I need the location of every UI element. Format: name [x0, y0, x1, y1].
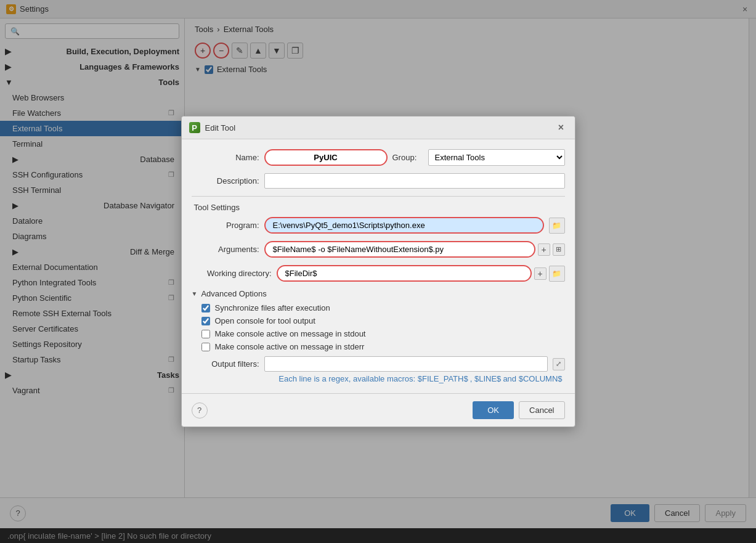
- program-label: Program:: [192, 221, 259, 230]
- open-console-label: Open console for tool output: [215, 316, 315, 325]
- make-active-stdout-checkbox[interactable]: [201, 330, 210, 338]
- output-filters-row: Output filters: ⤢: [192, 356, 565, 372]
- output-filters-input[interactable]: [264, 356, 548, 372]
- modal-icon: P: [189, 122, 200, 133]
- advanced-options-header[interactable]: ▼ Advanced Options: [192, 289, 565, 298]
- group-select[interactable]: External Tools: [428, 149, 565, 166]
- edit-tool-modal: P Edit Tool × Name: Group: External Tool…: [181, 116, 575, 427]
- macro-line: $LINE$: [474, 374, 501, 383]
- modal-footer-right: OK Cancel: [473, 401, 564, 419]
- arguments-label: Arguments:: [192, 245, 259, 254]
- make-active-stderr-label: Make console active on message in stderr: [215, 342, 365, 351]
- args-macro-button[interactable]: ⊞: [553, 243, 565, 256]
- sync-files-checkbox[interactable]: [201, 304, 210, 312]
- description-label: Description:: [192, 176, 259, 186]
- macro-hint-and: ,: [470, 374, 474, 383]
- working-dir-row: Working directory: + 📁: [192, 265, 565, 282]
- modal-cancel-button[interactable]: Cancel: [519, 401, 564, 419]
- modal-title: Edit Tool: [205, 123, 236, 133]
- name-row: Name: Group: External Tools: [192, 149, 565, 166]
- make-active-stdout-row: Make console active on message in stdout: [192, 329, 565, 338]
- make-active-stdout-label: Make console active on message in stdout: [215, 329, 366, 338]
- working-dir-input-wrap: + 📁: [277, 265, 565, 282]
- advanced-options-section: ▼ Advanced Options Synchronize files aft…: [192, 289, 565, 351]
- group-label: Group:: [392, 153, 423, 162]
- open-console-row: Open console for tool output: [192, 316, 565, 325]
- modal-title-left: P Edit Tool: [189, 122, 236, 133]
- name-label: Name:: [192, 153, 259, 162]
- modal-ok-button[interactable]: OK: [473, 401, 514, 419]
- macro-file-path: $FILE_PATH$: [418, 374, 468, 383]
- program-input-wrap: 📁: [264, 217, 565, 234]
- modal-help-button[interactable]: ?: [192, 402, 208, 418]
- description-row: Description:: [192, 173, 565, 189]
- modal-body: Name: Group: External Tools Description:…: [182, 139, 575, 393]
- sync-files-label: Synchronize files after execution: [215, 303, 330, 312]
- macro-hint-and2: and: [503, 374, 518, 383]
- modal-footer: ? OK Cancel: [182, 393, 575, 427]
- modal-title-bar: P Edit Tool ×: [182, 116, 575, 139]
- program-browse-button[interactable]: 📁: [549, 218, 565, 234]
- args-add-button[interactable]: +: [538, 243, 550, 256]
- open-console-checkbox[interactable]: [201, 317, 210, 325]
- output-filters-label: Output filters:: [192, 359, 259, 369]
- arguments-input[interactable]: [264, 241, 535, 258]
- tool-settings-section-header: Tool Settings: [192, 196, 565, 212]
- advanced-options-label: Advanced Options: [201, 289, 266, 298]
- macro-hint-text: Each line is a regex, available macros:: [278, 374, 417, 383]
- program-row: Program: 📁: [192, 217, 565, 234]
- working-dir-browse-button[interactable]: 📁: [549, 266, 565, 282]
- output-filters-expand-button[interactable]: ⤢: [553, 358, 565, 370]
- sync-files-row: Synchronize files after execution: [192, 303, 565, 312]
- modal-close-button[interactable]: ×: [555, 121, 567, 134]
- macro-hint: Each line is a regex, available macros: …: [192, 374, 565, 383]
- make-active-stderr-row: Make console active on message in stderr: [192, 342, 565, 351]
- working-dir-input[interactable]: [277, 265, 532, 282]
- macro-column: $COLUMN$: [519, 374, 563, 383]
- program-input[interactable]: [264, 217, 544, 234]
- name-input[interactable]: [264, 149, 388, 166]
- make-active-stderr-checkbox[interactable]: [201, 343, 210, 351]
- working-dir-label: Working directory:: [192, 269, 272, 278]
- arguments-row: Arguments: + ⊞: [192, 241, 565, 258]
- modal-overlay: P Edit Tool × Name: Group: External Tool…: [0, 0, 756, 543]
- advanced-options-arrow: ▼: [192, 290, 198, 297]
- description-input[interactable]: [264, 173, 565, 189]
- working-dir-add-button[interactable]: +: [534, 267, 547, 280]
- args-input-wrap: + ⊞: [264, 241, 565, 258]
